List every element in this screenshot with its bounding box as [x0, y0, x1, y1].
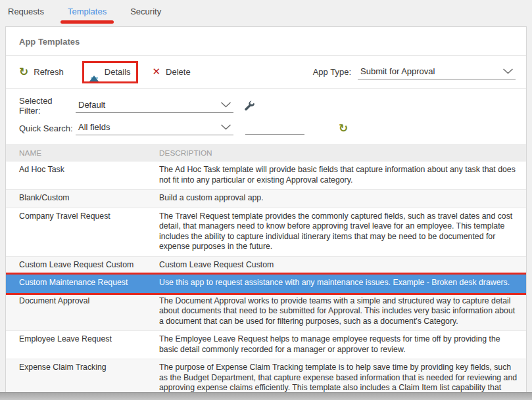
tab[interactable]: Templates [66, 5, 108, 18]
table-body: Ad Hoc Task The Ad Hoc Task template wil… [6, 162, 526, 392]
refresh-icon: ↻ [19, 66, 28, 78]
table-row[interactable]: Expense Claim Tracking The purpose of Ex… [6, 359, 526, 392]
chevron-down-icon [220, 102, 231, 108]
tab[interactable]: Requests [7, 5, 45, 18]
refresh-button-label: Refresh [34, 67, 64, 77]
templates-table: NAME DESCRIPTION Ad Hoc Task The Ad Hoc … [6, 144, 526, 392]
page-title: App Templates [6, 27, 526, 56]
table-header: NAME DESCRIPTION [6, 144, 526, 162]
row-description: Custom Leave Request Custom [159, 260, 526, 271]
table-row[interactable]: Company Travel Request The Travel Reques… [6, 208, 526, 257]
chevron-down-icon [502, 68, 514, 74]
row-description: The Travel Request template provides the… [159, 211, 526, 252]
app-type-select[interactable]: Submit for Approval [358, 65, 516, 79]
table-row[interactable]: Custom Maintenance Request Use this app … [6, 275, 526, 293]
row-description: The Employee Leave Request helps to mana… [159, 334, 526, 355]
filter-section: Selected Filter: Default Quick Search: A… [6, 89, 526, 144]
delete-button[interactable]: ✕ Delete [153, 67, 191, 77]
row-description: Use this app to request assistance with … [159, 278, 526, 288]
row-description: The purpose of Expense Claim Tracking te… [159, 363, 526, 392]
tab[interactable]: Security [129, 5, 162, 18]
table-row[interactable]: Blank/Custom Build a custom approval app… [6, 190, 526, 208]
column-header-description: DESCRIPTION [159, 148, 526, 158]
details-button[interactable]: Details [89, 66, 131, 79]
delete-icon: ✕ [153, 67, 161, 77]
table-row[interactable]: Ad Hoc Task The Ad Hoc Task template wil… [6, 162, 526, 190]
row-description: The Document Approval works to provide t… [159, 296, 526, 327]
refresh-button[interactable]: ↻ Refresh [19, 66, 64, 78]
selected-filter-row: Selected Filter: Default [6, 93, 526, 118]
quick-search-field-select[interactable]: All fields [76, 121, 233, 135]
toolbar: ↻ Refresh Details ✕ Delete App Type: Sub… [6, 56, 526, 89]
details-icon [89, 66, 99, 79]
row-name: Custom Leave Request Custom [6, 260, 159, 271]
selected-filter-select[interactable]: Default [76, 99, 233, 113]
selected-filter-value: Default [78, 100, 105, 110]
screen: Requests Templates Security App Template… [0, 0, 532, 400]
app-type-group: App Type: Submit for Approval [313, 65, 516, 79]
app-templates-panel: App Templates ↻ Refresh Details ✕ Delete [5, 26, 527, 392]
row-name: Document Approval [6, 296, 159, 327]
selected-filter-label: Selected Filter: [19, 96, 76, 116]
details-annotation-box: Details [82, 61, 138, 83]
quick-search-field-value: All fields [78, 122, 110, 132]
delete-button-label: Delete [166, 67, 191, 77]
app-type-label: App Type: [313, 67, 351, 77]
table-row[interactable]: Custom Leave Request Custom Custom Leave… [6, 257, 526, 275]
tab-bar: Requests Templates Security [0, 0, 532, 26]
bottom-edge-bar [0, 392, 532, 400]
row-name: Employee Leave Request [6, 334, 159, 355]
row-name: Expense Claim Tracking [6, 363, 159, 392]
quick-search-row: Quick Search: All fields ↻ [6, 118, 526, 138]
quick-search-input[interactable] [245, 122, 304, 135]
row-name: Company Travel Request [6, 211, 159, 252]
table-row[interactable]: Employee Leave Request The Employee Leav… [6, 331, 526, 359]
column-header-name: NAME [6, 148, 159, 158]
filter-settings-button[interactable] [244, 100, 255, 112]
app-type-value: Submit for Approval [360, 66, 435, 76]
details-button-label: Details [105, 67, 131, 77]
row-name: Custom Maintenance Request [6, 278, 159, 288]
quick-search-refresh-icon[interactable]: ↻ [339, 123, 348, 134]
row-name: Blank/Custom [6, 193, 159, 204]
row-description: Build a custom approval app. [159, 193, 526, 204]
chevron-down-icon [220, 124, 231, 130]
row-description: The Ad Hoc Task template will provide ba… [159, 165, 526, 185]
row-name: Ad Hoc Task [6, 165, 159, 185]
table-row[interactable]: Document Approval The Document Approval … [6, 293, 526, 332]
wrench-icon [244, 100, 255, 112]
quick-search-label: Quick Search: [19, 123, 76, 133]
